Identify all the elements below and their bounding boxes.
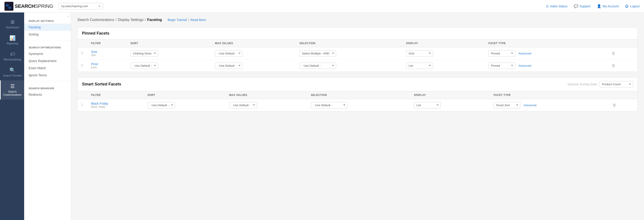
logo-icon: 🐾 [4,2,14,11]
tutorial-separator: | [188,18,189,22]
display-select-price[interactable]: List Grid Slider [406,62,433,69]
th-selection-2: SELECTION [308,91,411,99]
filter-name-size[interactable]: Size [91,50,124,54]
smart-sorted-facets-title: Smart Sorted Facets [82,82,121,87]
index-status-link[interactable]: ⊙ Index Status [546,4,568,8]
dynamic-sorting-control: Dynamic Sorting Order Product Count A-Z … [568,81,633,88]
sort-select-price[interactable]: - Use Default - A-Z Z-A Count [130,62,158,69]
sort-cell-black-friday: - Use Default - A-Z Z-A Count [144,99,226,111]
drag-handle-icon[interactable]: ⠿ [81,64,84,68]
selection-select-price[interactable]: - Use Default - Select Multiple - AND Se… [300,62,336,69]
table-row: ⠿ Black Friday black_friday - Use Defaul… [78,99,638,111]
begin-tutorial-link[interactable]: Begin Tutorial [168,18,187,22]
max-values-cell-size: - Use Default - 5 10 20 50 [212,47,296,60]
delete-cell-size: 🗑 [608,47,638,60]
submenu: ‹ DISPLAY SETTINGS Faceting Sorting SEAR… [24,12,71,220]
sort-select-black-friday[interactable]: - Use Default - A-Z Z-A Count [147,102,175,109]
submenu-section-search-optimizations: SEARCH OPTIMIZATIONS [24,43,71,50]
display-select-size[interactable]: Grid List Slider [406,50,433,57]
drag-handle-cell: ⠿ [78,60,88,72]
support-label: Support [580,4,590,8]
breadcrumb: Search Customizations / Display Settings… [77,18,638,22]
th-filter-name-2: FILTER [88,91,144,99]
filter-cell-price: Price price [88,60,127,72]
submenu-item-sorting[interactable]: Sorting [24,31,71,38]
sidebar-item-reporting[interactable]: 📊 Reporting [0,32,24,48]
th-max-values-2: MAX VALUES [226,91,308,99]
max-values-select-size[interactable]: - Use Default - 5 10 20 50 [215,50,242,57]
selection-cell-black-friday: - Use Default - Select Multiple - AND Se… [308,99,411,111]
pinned-facets-thead-row: FILTER SORT MAX VALUES SELECTION DISPLAY… [78,39,638,47]
pinned-facets-table: FILTER SORT MAX VALUES SELECTION DISPLAY… [78,39,638,72]
submenu-section-display-settings: DISPLAY SETTINGS [24,16,71,24]
read-more-link[interactable]: Read More [190,18,206,22]
selection-select-black-friday[interactable]: - Use Default - Select Multiple - AND Se… [311,102,348,109]
filter-sub-size: size [91,54,124,57]
submenu-section-search-behavior: SEARCH BEHAVIOR [24,84,71,91]
th-filter-1 [78,39,88,47]
logout-link[interactable]: ⏻ Logout [625,4,640,8]
submenu-divider-2 [24,81,71,81]
max-values-select-price[interactable]: - Use Default - 5 10 20 50 [215,62,242,69]
main-content: Search Customizations / Display Settings… [71,12,644,220]
submenu-item-synonyms[interactable]: Synonyms [24,50,71,57]
sidebar-item-search-preview[interactable]: 🔍 Search Preview [0,64,24,80]
th-display-2: DISPLAY [411,91,490,99]
facet-type-select-black-friday[interactable]: Smart Sort Pinned Hidden [494,102,520,109]
delete-cell-black-friday: 🗑 [608,99,638,111]
index-status-label: Index Status [550,4,568,8]
th-selection-1: SELECTION [296,39,403,47]
drag-handle-icon[interactable]: ⠿ [81,103,84,107]
facet-type-select-price[interactable]: Pinned Smart Sort Hidden [488,62,515,69]
drag-handle-cell: ⠿ [78,99,88,111]
sort-select-size[interactable]: Clothing Sizes - Use Default - A-Z Z-A C… [130,50,158,57]
sidebar-item-label: Reporting [6,42,18,45]
my-account-link[interactable]: 👤 My Account [597,4,619,8]
display-cell-black-friday: List Grid Slider [411,99,490,111]
selection-cell-size: Select Multiple - AND Select Multiple - … [296,47,403,60]
submenu-item-faceting[interactable]: Faceting [24,24,71,31]
facet-type-cell-black-friday: Smart Sort Pinned Hidden Advanced [490,99,608,111]
selection-select-size[interactable]: Select Multiple - AND Select Multiple - … [300,50,336,57]
filter-cell-black-friday: Black Friday black_friday [88,99,144,111]
drag-handle-icon[interactable]: ⠿ [81,52,84,55]
site-selector[interactable]: try.searchspring.com ▾ [58,3,103,9]
th-display-1: DISPLAY [403,39,485,47]
dynamic-sort-select[interactable]: Product Count A-Z Z-A Count [600,81,633,88]
collapse-icon[interactable]: ‹ [68,14,69,18]
sidebar-item-search-customizations[interactable]: ☰ Search Customizations [0,80,24,100]
th-sort-1: SORT [127,39,212,47]
delete-button-size[interactable]: 🗑 [611,51,616,56]
submenu-item-ignore-terms[interactable]: Ignore Terms [24,72,71,79]
display-select-black-friday[interactable]: List Grid Slider [414,102,441,109]
sidebar-item-dashboard[interactable]: ⊞ Dashboard [0,16,24,32]
smart-sorted-facets-section: Smart Sorted Facets Dynamic Sorting Orde… [77,77,638,111]
filter-name-black-friday[interactable]: Black Friday [91,102,141,105]
breadcrumb-sep-2: / [145,18,146,22]
advanced-link-black-friday[interactable]: Advanced [524,104,536,107]
support-link[interactable]: 💬 Support [574,4,590,8]
submenu-item-exact-match[interactable]: Exact Match [24,65,71,72]
breadcrumb-sep-1: / [116,18,116,22]
sidebar-item-merchandising[interactable]: 🏷 Merchandising [0,48,24,64]
pinned-facets-section: Pinned Facets FILTER SORT MAX VALUES SEL… [77,27,638,72]
facet-type-select-size[interactable]: Pinned Smart Sort Hidden [488,50,515,57]
advanced-link-size[interactable]: Advanced [518,52,531,55]
delete-button-price[interactable]: 🗑 [611,63,616,68]
logout-icon: ⏻ [625,4,628,8]
sidebar-item-label: Search Preview [3,74,22,77]
submenu-item-redirects[interactable]: Redirects [24,91,71,98]
index-status-icon: ⊙ [546,4,549,8]
chevron-down-icon: ▾ [98,4,100,8]
delete-button-black-friday[interactable]: 🗑 [612,103,618,107]
pinned-facets-title: Pinned Facets [82,31,109,36]
filter-name-price[interactable]: Price [91,62,124,66]
selection-cell-price: - Use Default - Select Multiple - AND Se… [296,60,403,72]
smart-sorted-thead-row: FILTER SORT MAX VALUES SELECTION DISPLAY… [78,91,638,99]
logo: 🐾 SEARCHSPRING [4,2,53,11]
submenu-item-query-replacement[interactable]: Query Replacement [24,57,71,65]
advanced-link-price[interactable]: Advanced [518,64,531,67]
max-values-select-black-friday[interactable]: - Use Default - 5 10 20 50 [229,102,257,109]
breadcrumb-display-settings[interactable]: Display Settings [118,18,144,22]
breadcrumb-search-customizations[interactable]: Search Customizations [77,18,114,22]
